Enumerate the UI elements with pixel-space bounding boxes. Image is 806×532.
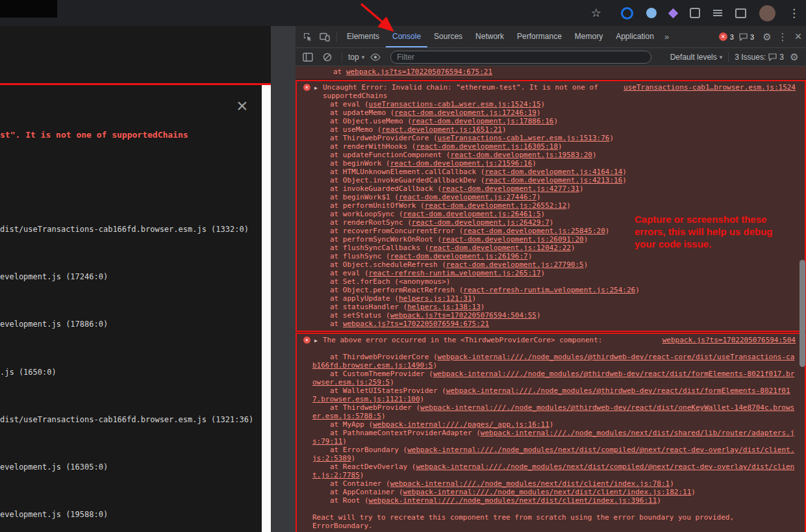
stack-link[interactable]: webpack-internal:///./node_modules/next/… xyxy=(390,479,670,488)
clear-console-icon[interactable] xyxy=(319,49,336,66)
profile-avatar[interactable] xyxy=(759,5,775,21)
stack-frame: at beginWork (react-dom.development.js:2… xyxy=(297,159,796,168)
reading-list-icon[interactable] xyxy=(713,12,722,14)
stack-link[interactable]: react-dom.development.js:25845:20 xyxy=(463,227,605,235)
error-badge[interactable]: ✕ 3 xyxy=(719,32,734,41)
log-level-selector[interactable]: Default levels ▾ xyxy=(670,53,723,62)
issues-bubble-icon xyxy=(768,53,777,61)
console-scrollbar[interactable] xyxy=(799,65,806,532)
message-badge[interactable]: 3 xyxy=(739,33,754,41)
devtools-settings-icon[interactable]: ⚙ xyxy=(759,29,775,45)
stack-link[interactable]: react-dom.development.js:4277:31 xyxy=(442,184,579,193)
more-tabs-icon[interactable]: » xyxy=(661,32,673,42)
side-panel-icon[interactable] xyxy=(735,8,746,18)
stack-fragment: evelopment.js (19588:0) xyxy=(0,510,108,519)
error-source-link[interactable]: useTransactions-cab1…browser.esm.js:1524 xyxy=(623,83,796,92)
error-badge-count: 3 xyxy=(730,33,734,41)
tab-performance[interactable]: Performance xyxy=(510,26,568,47)
blank-line xyxy=(297,344,796,353)
stack-link[interactable]: react-refresh-runtim…velopment.js:254:26 xyxy=(463,286,635,294)
stack-link[interactable]: react-dom.development.js:26461:5 xyxy=(403,210,541,218)
error-source-link[interactable]: webpack.js?ts=1702205076594:504 xyxy=(662,336,796,344)
stack-link[interactable]: useTransactions-cab1…wser.esm.js:1513:76 xyxy=(438,134,610,142)
stack-link[interactable]: react-dom.development.js:27790:5 xyxy=(446,260,584,269)
extension-record-icon[interactable] xyxy=(621,7,633,19)
stack-link[interactable]: react-refresh-runtim…velopment.js:265:17 xyxy=(369,269,541,277)
stack-link[interactable]: react-dom.development.js:26552:12 xyxy=(425,201,567,210)
stack-link[interactable]: webpack-internal:///./node_modules/next/… xyxy=(312,446,794,462)
stack-frame: at ThirdwebProvider (webpack-internal://… xyxy=(297,403,796,420)
stack-link[interactable]: webpack.js?ts=1702205076594:504:55 xyxy=(390,311,536,320)
chevron-down-icon: ▾ xyxy=(720,54,723,60)
stack-link[interactable]: webpack-internal:///./node_modules/next/… xyxy=(312,429,794,446)
stack-link[interactable]: react-dom.development.js:17246:19 xyxy=(394,108,536,117)
stack-link[interactable]: react-dom.development.js:19583:20 xyxy=(450,151,592,159)
stack-link[interactable]: react-dom.development.js:4164:14 xyxy=(485,168,622,176)
stack-frame: at ThirdwebProviderCore (useTransactions… xyxy=(297,134,796,142)
issues-label: 3 Issues: xyxy=(735,53,766,62)
stack-link[interactable]: react-dom.development.js:21596:16 xyxy=(390,159,533,168)
tab-sources[interactable]: Sources xyxy=(427,26,469,47)
issues-count: 3 xyxy=(779,53,784,62)
device-toolbar-icon[interactable] xyxy=(316,29,333,45)
console-settings-icon[interactable]: ⚙ xyxy=(787,49,802,66)
devtools-close-icon[interactable]: × xyxy=(790,29,806,45)
stack-link[interactable]: webpack-internal:///./node_modules/next/… xyxy=(403,488,692,496)
stack-link[interactable]: react-dom.development.js:4213:16 xyxy=(485,176,622,184)
browser-menu-icon[interactable]: ⋮ xyxy=(788,6,800,20)
error-message-text: Uncaught Error: Invalid chain: "ethereum… xyxy=(323,83,598,100)
stack-link[interactable]: webpack-internal:///./node_modules/@thir… xyxy=(312,370,794,386)
issues-counter[interactable]: 3 Issues: 3 xyxy=(735,53,784,62)
console-sidebar-icon[interactable] xyxy=(299,49,316,66)
tab-memory[interactable]: Memory xyxy=(568,26,609,47)
devtools-menu-icon[interactable]: ⋮ xyxy=(775,29,790,45)
expand-caret-icon[interactable]: ▶ xyxy=(314,84,318,92)
stack-link[interactable]: webpack-internal:///./node_modules/@thir… xyxy=(312,353,794,370)
stack-link[interactable]: webpack-internal:///./node_modules/next/… xyxy=(312,462,794,479)
stack-link[interactable]: webpack-internal:///./node_modules/next/… xyxy=(369,496,657,505)
inspect-element-icon[interactable] xyxy=(299,29,316,45)
stack-link[interactable]: webpack-internal:///./node_modules/@thir… xyxy=(312,386,790,403)
stack-link[interactable]: react-dom.development.js:26429:7 xyxy=(412,218,549,227)
stack-link[interactable]: react.development.js:1651:21 xyxy=(381,125,501,134)
extension-gem-icon[interactable] xyxy=(668,8,679,18)
page-scrollbar-gutter[interactable] xyxy=(271,26,296,532)
stack-frame: at Set.forEach (<anonymous>) xyxy=(297,277,796,286)
stack-link[interactable]: react-dom.development.js:26091:20 xyxy=(442,235,584,244)
expand-caret-icon[interactable]: ▶ xyxy=(314,336,318,345)
tab-network[interactable]: Network xyxy=(469,26,510,47)
stack-link[interactable]: useTransactions-cab1…wser.esm.js:1524:15 xyxy=(369,100,541,108)
stack-link[interactable]: react-dom.development.js:27446:7 xyxy=(399,193,536,201)
stack-link[interactable]: react-dom.development.js:16305:18 xyxy=(416,142,558,151)
context-selector[interactable]: top ▾ xyxy=(348,53,364,62)
stack-frame: at invokeGuardedCallback (react-dom.deve… xyxy=(297,184,796,193)
bookmark-star-icon[interactable]: ☆ xyxy=(591,6,601,20)
stack-frame: at ErrorBoundary (webpack-internal:///./… xyxy=(297,446,796,462)
stack-link[interactable]: react-dom.development.js:26196:7 xyxy=(390,252,528,260)
stack-link[interactable]: webpack-internal:///./pages/_app.js:16:1… xyxy=(373,420,549,429)
stack-link[interactable]: webpack.js?ts=1702205076594:675:21 xyxy=(346,68,492,76)
stack-fragment: evelopment.js (17886:0) xyxy=(0,320,108,329)
stack-link[interactable]: webpack.js?ts=1702205076594:675:21 xyxy=(343,320,489,328)
filter-input[interactable] xyxy=(390,51,651,64)
stack-link[interactable]: helpers.js:121:31 xyxy=(399,294,472,303)
divider xyxy=(342,52,342,62)
stack-link[interactable]: webpack-internal:///./node_modules/@thir… xyxy=(312,403,794,420)
scrollbar-thumb[interactable] xyxy=(800,260,805,367)
error-message-line: useTransactions-cab1…browser.esm.js:1524… xyxy=(297,83,796,100)
stack-frame: at AppContainer (webpack-internal:///./n… xyxy=(297,488,796,496)
stack-frame: at updateMemo (react-dom.development.js:… xyxy=(297,108,796,117)
stack-link[interactable]: helpers.js:138:13 xyxy=(407,303,481,311)
message-badge-count: 3 xyxy=(750,33,754,41)
extensions-puzzle-icon[interactable] xyxy=(690,8,700,18)
trailing-text: React will try to recreate this componen… xyxy=(297,513,796,530)
tab-application[interactable]: Application xyxy=(609,26,661,47)
stack-link[interactable]: react-dom.development.js:17886:16 xyxy=(412,117,554,125)
browser-tab[interactable] xyxy=(0,0,57,18)
stack-link[interactable]: react-dom.development.js:12042:22 xyxy=(429,244,571,252)
stack-frame: at setStatus (webpack.js?ts=170220507659… xyxy=(297,311,796,320)
stack-fragment: dist/useTransactions-cab166fd.browser.es… xyxy=(0,415,253,424)
stack-frame: at WalletUIStatesProvider (webpack-inter… xyxy=(297,386,796,403)
live-expression-eye-icon[interactable] xyxy=(367,49,384,66)
extension-wallet-icon[interactable] xyxy=(646,8,657,18)
